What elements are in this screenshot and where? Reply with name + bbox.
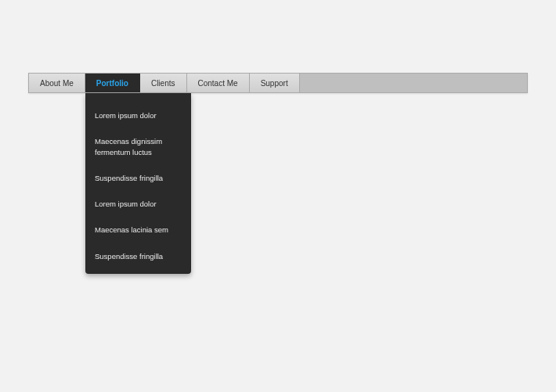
dropdown-menu: Lorem ipsum dolor Maecenas dignissim fer… [85,93,191,274]
dropdown-item[interactable]: Lorem ipsum dolor [85,102,191,128]
nav-item-support[interactable]: Support [250,74,300,92]
nav-item-portfolio[interactable]: Portfolio [85,74,140,92]
dropdown-item[interactable]: Maecenas dignissim fermentum luctus [85,128,191,165]
dropdown-item[interactable]: Suspendisse fringilla [85,243,191,269]
dropdown-item[interactable]: Lorem ipsum dolor [85,191,191,217]
nav-item-clients[interactable]: Clients [140,74,187,92]
nav-item-about-me[interactable]: About Me [29,74,85,92]
dropdown-item[interactable]: Maecenas lacinia sem [85,217,191,243]
navbar: About Me Portfolio Clients Contact Me Su… [28,73,528,93]
dropdown-item[interactable]: Suspendisse fringilla [85,165,191,191]
nav-item-contact-me[interactable]: Contact Me [187,74,250,92]
